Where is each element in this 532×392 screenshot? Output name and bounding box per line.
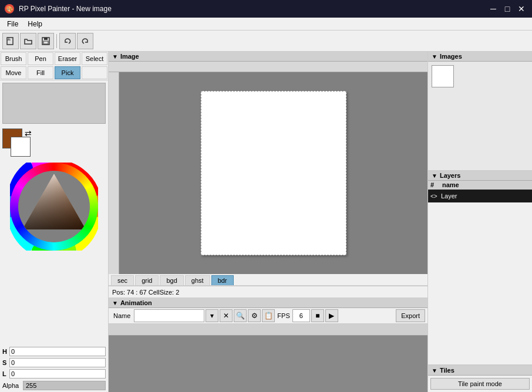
color-wheel-container [0, 160, 108, 345]
empty-tool [82, 66, 107, 79]
center-panel: ▼ Image sec grid [109, 52, 427, 392]
tiles-label: Tiles [440, 367, 454, 374]
alpha-value: 255 [23, 381, 106, 390]
images-area [428, 62, 532, 170]
status-text: Pos: 74 : 67 CellSize: 2 [112, 289, 179, 296]
move-tool[interactable]: Move [1, 66, 26, 79]
save-icon [41, 36, 50, 46]
tile-paint-button[interactable]: Tile paint mode [430, 378, 530, 390]
select-tool[interactable]: Select [82, 52, 107, 65]
tab-grid[interactable]: grid [135, 275, 159, 285]
window-controls: ─ □ ✕ [487, 3, 527, 15]
tiles-section: ▼ Tiles Tile paint mode [428, 365, 532, 392]
saturation-input[interactable] [9, 358, 106, 367]
tab-sec[interactable]: sec [111, 275, 134, 285]
hsl-inputs: H S L Alpha 255 [0, 345, 108, 392]
save-button[interactable] [38, 33, 54, 49]
minimize-button[interactable]: ─ [487, 3, 499, 15]
image-label: Image [120, 53, 139, 60]
canvas-content[interactable] [201, 91, 346, 255]
tiles-header: ▼ Tiles [428, 366, 532, 376]
anim-dropdown-btn[interactable]: ▾ [206, 309, 218, 322]
menu-bar: File Help [0, 18, 532, 31]
anim-search-btn[interactable]: 🔍 [234, 309, 247, 322]
saturation-label: S [2, 359, 9, 366]
lightness-input[interactable] [9, 369, 106, 379]
pen-tool[interactable]: Pen [28, 52, 53, 65]
lightness-label: L [2, 370, 9, 377]
triangle-container [18, 171, 90, 242]
layers-hash-col: # [430, 181, 442, 188]
tab-bdr[interactable]: bdr [211, 275, 234, 285]
fill-tool[interactable]: Fill [28, 66, 53, 79]
animation-label: Animation [120, 299, 152, 306]
tool-grid: Brush Pen Eraser Select Move Fill Pick [0, 52, 108, 80]
layers-column-headers: # name [428, 181, 532, 190]
animation-name-input[interactable] [134, 309, 204, 322]
maximize-button[interactable]: □ [501, 3, 513, 15]
fps-label: FPS [276, 312, 291, 319]
alpha-row: Alpha 255 [2, 380, 106, 391]
anim-name-label: Name [111, 312, 133, 319]
saturation-row: S [2, 357, 106, 368]
export-button[interactable]: Export [396, 309, 425, 322]
eraser-tool[interactable]: Eraser [55, 52, 80, 65]
frames-header-row [109, 324, 427, 336]
layers-header: ▼ Layers [428, 171, 532, 181]
window-title: RP Pixel Painter - New image [19, 5, 483, 13]
images-label: Images [440, 53, 462, 60]
brush-tool[interactable]: Brush [1, 52, 26, 65]
redo-button[interactable] [77, 33, 93, 49]
new-button[interactable] [2, 33, 19, 49]
animation-header: ▼ Animation [109, 298, 427, 308]
svg-marker-9 [22, 174, 86, 229]
right-panel: ▼ Images ▼ Layers # name <> Layer [427, 52, 532, 392]
images-header: ▼ Images [428, 52, 532, 62]
anim-copy-btn[interactable]: 📋 [262, 309, 275, 322]
anim-play-btn[interactable]: ▶ [325, 309, 338, 322]
left-panel: Brush Pen Eraser Select Move Fill Pick ⇄ [0, 52, 109, 392]
swap-colors-icon[interactable]: ⇄ [25, 129, 32, 138]
ruler-top [109, 62, 427, 72]
alpha-label: Alpha [2, 382, 23, 389]
brush-preview [2, 83, 106, 124]
undo-button[interactable] [59, 33, 76, 49]
anim-clear-btn[interactable]: ✕ [220, 309, 233, 322]
animation-toolbar: Name ▾ ✕ 🔍 ⚙ 📋 FPS ■ ▶ Export [109, 308, 427, 324]
hue-input[interactable] [9, 347, 106, 356]
layers-section: ▼ Layers # name <> Layer [428, 171, 532, 365]
image-thumbnail[interactable] [432, 65, 454, 87]
layer-row[interactable]: <> Layer [428, 190, 532, 202]
ruler-top-ticks [119, 62, 427, 72]
canvas-wrapper [119, 72, 427, 274]
color-wheel[interactable] [10, 163, 98, 251]
tab-bgd[interactable]: bgd [160, 275, 183, 285]
pick-tool[interactable]: Pick [55, 66, 80, 79]
background-color[interactable] [11, 137, 31, 157]
animation-arrow-icon: ▼ [112, 300, 118, 306]
layer-name: Layer [441, 192, 530, 200]
color-swatches: ⇄ [2, 129, 106, 158]
redo-icon [80, 36, 90, 46]
open-icon [23, 36, 33, 46]
images-section: ▼ Images [428, 52, 532, 171]
ruler-left [109, 72, 119, 274]
layers-label: Layers [440, 172, 460, 179]
tab-bar: sec grid bgd ghst bdr [109, 274, 427, 286]
new-icon [6, 36, 15, 46]
frames-content [109, 336, 427, 392]
toolbar-separator [56, 34, 57, 48]
open-button[interactable] [20, 33, 36, 49]
tab-ghst[interactable]: ghst [185, 275, 210, 285]
menu-help[interactable]: Help [23, 19, 47, 29]
canvas-area[interactable] [109, 62, 427, 274]
anim-settings-btn[interactable]: ⚙ [248, 309, 261, 322]
anim-stop-btn[interactable]: ■ [311, 309, 324, 322]
fps-input[interactable] [292, 309, 310, 322]
layer-visibility-icon: <> [430, 193, 441, 200]
close-button[interactable]: ✕ [516, 3, 527, 15]
status-bar: Pos: 74 : 67 CellSize: 2 [109, 286, 427, 298]
svg-rect-4 [44, 38, 48, 40]
menu-file[interactable]: File [2, 19, 23, 29]
image-section: ▼ Image sec grid [109, 52, 427, 298]
